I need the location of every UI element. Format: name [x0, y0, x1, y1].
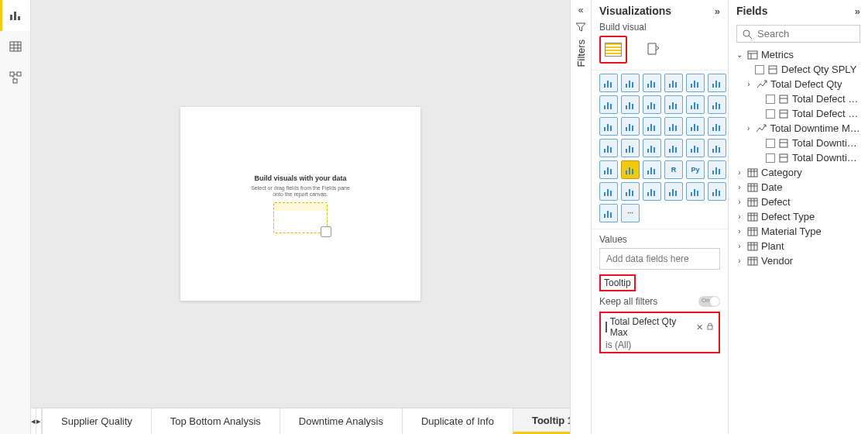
page-tab[interactable]: Top Bottom Analysis: [152, 408, 280, 434]
format-visual-mode[interactable]: [640, 36, 667, 64]
table-node[interactable]: ›Material Type: [733, 224, 863, 239]
table-node[interactable]: ›Date: [733, 180, 863, 195]
model-view-tab[interactable]: [0, 62, 30, 93]
build-visual-mode[interactable]: [599, 36, 627, 64]
svg-rect-43: [691, 105, 692, 109]
svg-rect-70: [626, 149, 627, 153]
page-tab[interactable]: Downtime Analysis: [280, 408, 403, 434]
report-canvas[interactable]: Build visuals with your data Select or d…: [31, 0, 570, 408]
viz-type-line-col2[interactable]: [686, 95, 705, 114]
fields-search[interactable]: [736, 25, 860, 43]
viz-type-more[interactable]: ···: [621, 204, 640, 222]
svg-rect-77: [672, 146, 674, 153]
viz-type-get-more[interactable]: [708, 182, 726, 201]
field-node[interactable]: Total Downtime ...: [733, 136, 863, 150]
svg-rect-89: [629, 167, 630, 174]
viz-type-line[interactable]: [599, 95, 618, 114]
tab-prev-button[interactable]: ◂: [31, 408, 36, 434]
viz-type-power-apps[interactable]: [599, 204, 618, 222]
viz-type-funnel[interactable]: [621, 117, 640, 136]
svg-rect-138: [748, 184, 757, 191]
viz-type-clustered-column-100[interactable]: [708, 74, 726, 92]
viz-type-py[interactable]: Py: [686, 160, 705, 179]
svg-rect-109: [691, 192, 692, 196]
viz-type-slicer[interactable]: [599, 160, 618, 179]
table-node[interactable]: ›Defect Type: [733, 209, 863, 224]
field-checkbox[interactable]: [766, 153, 775, 163]
hierarchy-node[interactable]: › Total Defect Qty: [733, 77, 863, 91]
viz-type-filled-map[interactable]: [621, 139, 640, 157]
field-node[interactable]: Total Defect Rep...: [733, 106, 863, 121]
svg-rect-2: [18, 16, 20, 20]
table-icon: [747, 241, 758, 252]
viz-type-r[interactable]: R: [664, 160, 683, 179]
viz-type-area[interactable]: [621, 95, 640, 114]
field-checkbox[interactable]: [766, 139, 775, 148]
values-label: Values: [592, 229, 728, 246]
viz-type-scatter[interactable]: [643, 117, 661, 136]
viz-type-stacked-bar-100[interactable]: [686, 74, 705, 92]
viz-type-clustered-bar[interactable]: [621, 74, 640, 92]
chevron-right-icon: ›: [735, 183, 744, 191]
table-node[interactable]: ›Plant: [733, 239, 863, 253]
hierarchy-node[interactable]: › Total Downtime Min...: [733, 121, 863, 136]
collapse-viz-button[interactable]: »: [715, 5, 720, 17]
viz-type-ribbon[interactable]: [708, 95, 726, 114]
viz-type-qna[interactable]: [621, 182, 640, 201]
expand-filters-button[interactable]: «: [578, 5, 584, 16]
viz-type-decomp[interactable]: [599, 182, 618, 201]
viz-type-kpi[interactable]: [708, 139, 726, 157]
viz-type-map[interactable]: [599, 139, 618, 157]
svg-rect-71: [629, 146, 630, 153]
svg-rect-67: [604, 149, 606, 153]
svg-rect-25: [691, 84, 692, 88]
field-node[interactable]: Total Defect Qty ...: [733, 91, 863, 106]
viz-type-arcgis[interactable]: [643, 139, 661, 157]
viz-type-key-infl[interactable]: [708, 160, 726, 179]
keep-filters-toggle[interactable]: On: [698, 296, 720, 307]
fields-search-input[interactable]: [757, 28, 868, 40]
table-node[interactable]: ›Vendor: [733, 253, 863, 268]
field-checkbox[interactable]: [755, 65, 764, 74]
table-node[interactable]: ›Category: [733, 165, 863, 180]
tab-next-button[interactable]: ▸: [36, 408, 42, 434]
table-node-metrics[interactable]: ⌄ Metrics: [733, 47, 863, 62]
viz-type-stacked-column[interactable]: [643, 74, 661, 92]
svg-rect-16: [626, 84, 627, 88]
filters-pane-label[interactable]: Filters: [575, 40, 587, 67]
viz-type-donut[interactable]: [686, 117, 705, 136]
tooltip-field-well[interactable]: Total Defect Qty Max ✕ is (All): [599, 312, 720, 353]
viz-type-line-col[interactable]: [664, 95, 683, 114]
viz-type-paginated[interactable]: [643, 182, 661, 201]
svg-rect-13: [604, 84, 606, 88]
drag-handle-icon[interactable]: [606, 322, 607, 332]
page-tab[interactable]: Duplicate of Info: [403, 408, 513, 434]
collapse-fields-button[interactable]: »: [855, 5, 860, 17]
page-tab[interactable]: Supplier Quality: [43, 408, 152, 434]
viz-type-waterfall[interactable]: [599, 117, 618, 136]
data-view-tab[interactable]: [0, 31, 30, 62]
svg-rect-102: [632, 191, 633, 196]
svg-rect-54: [632, 126, 633, 131]
viz-type-stacked-bar[interactable]: [599, 74, 618, 92]
viz-type-matrix[interactable]: [643, 160, 661, 179]
field-node[interactable]: Total Downtime ...: [733, 150, 863, 165]
viz-type-card[interactable]: [664, 139, 683, 157]
viz-type-narrative[interactable]: [686, 182, 705, 201]
viz-type-pie[interactable]: [664, 117, 683, 136]
field-checkbox[interactable]: [766, 109, 775, 119]
viz-type-table[interactable]: [621, 160, 640, 179]
viz-type-clustered-column[interactable]: [664, 74, 683, 92]
field-node[interactable]: Defect Qty SPLY: [733, 62, 863, 77]
report-page[interactable]: Build visuals with your data Select or d…: [180, 107, 420, 301]
viz-type-multi-card[interactable]: [686, 139, 705, 157]
table-node[interactable]: ›Defect: [733, 195, 863, 209]
viz-type-stacked-area[interactable]: [643, 95, 661, 114]
remove-field-button[interactable]: ✕: [696, 322, 703, 332]
values-field-well[interactable]: Add data fields here: [599, 248, 720, 270]
report-view-tab[interactable]: [0, 0, 30, 31]
viz-type-treemap[interactable]: [708, 117, 726, 136]
field-checkbox[interactable]: [766, 95, 775, 104]
viz-type-score[interactable]: [664, 182, 683, 201]
table-icon: [747, 256, 758, 267]
